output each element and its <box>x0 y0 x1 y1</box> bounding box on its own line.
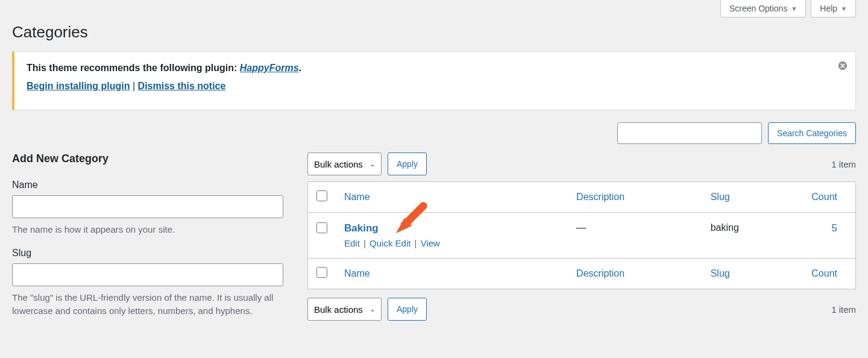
screen-options-button[interactable]: Screen Options ▼ <box>720 0 806 17</box>
caret-down-icon: ▼ <box>791 5 797 12</box>
apply-button-bottom[interactable]: Apply <box>388 298 427 321</box>
add-category-heading: Add New Category <box>12 152 283 165</box>
slug-column-header[interactable]: Slug <box>702 182 796 213</box>
screen-options-label: Screen Options <box>729 4 788 13</box>
row-description: — <box>568 213 702 259</box>
row-checkbox[interactable] <box>316 222 327 233</box>
notice-suffix: . <box>299 63 301 73</box>
item-count-top: 1 item <box>831 159 856 169</box>
notice-prefix: This theme recommends the following plug… <box>27 63 240 73</box>
install-plugin-link[interactable]: Begin installing plugin <box>27 81 130 91</box>
name-description: The name is how it appears on your site. <box>12 223 283 237</box>
help-label: Help <box>820 4 837 13</box>
caret-down-icon: ▼ <box>841 5 847 12</box>
count-column-header[interactable]: Count <box>796 182 856 213</box>
dismiss-notice-link[interactable]: Dismiss this notice <box>138 81 226 91</box>
item-count-bottom: 1 item <box>831 304 856 315</box>
plugin-recommend-notice: This theme recommends the following plug… <box>12 51 856 110</box>
name-column-header[interactable]: Name <box>336 182 568 213</box>
apply-button-top[interactable]: Apply <box>388 152 427 175</box>
dismiss-notice-button[interactable] <box>836 59 849 72</box>
view-link[interactable]: View <box>421 238 440 248</box>
description-column-header[interactable]: Description <box>568 182 702 213</box>
screen-meta-buttons: Screen Options ▼ Help ▼ <box>720 0 856 17</box>
quick-edit-link[interactable]: Quick Edit <box>370 238 410 248</box>
count-column-footer[interactable]: Count <box>796 259 856 289</box>
name-column-footer[interactable]: Name <box>336 259 568 289</box>
close-icon <box>837 60 848 71</box>
name-input[interactable] <box>12 195 283 218</box>
description-column-footer[interactable]: Description <box>568 259 702 289</box>
select-all-checkbox-bottom[interactable] <box>316 267 327 278</box>
name-label: Name <box>12 180 283 190</box>
search-categories-button[interactable]: Search Categories <box>768 122 856 144</box>
checkbox-column-footer <box>308 259 336 289</box>
search-input[interactable] <box>617 122 762 144</box>
plugin-link[interactable]: HappyForms <box>240 63 299 73</box>
slug-column-footer[interactable]: Slug <box>702 259 796 289</box>
search-row: Search Categories <box>12 122 856 144</box>
checkbox-column-header <box>308 182 336 213</box>
row-count-link[interactable]: 5 <box>832 222 837 234</box>
row-slug: baking <box>702 213 796 259</box>
help-button[interactable]: Help ▼ <box>811 0 856 17</box>
edit-link[interactable]: Edit <box>344 238 360 248</box>
slug-input[interactable] <box>12 263 283 286</box>
add-category-form: Add New Category Name The name is how it… <box>12 152 283 329</box>
tablenav-top: Bulk actions ⌄ Apply 1 item <box>307 152 856 175</box>
notice-separator: | <box>130 81 138 91</box>
row-title-link[interactable]: Baking <box>344 222 379 234</box>
select-all-checkbox-top[interactable] <box>316 190 327 201</box>
bulk-actions-select-bottom[interactable]: Bulk actions <box>307 298 382 321</box>
slug-label: Slug <box>12 248 283 259</box>
tablenav-bottom: Bulk actions ⌄ Apply 1 item <box>307 298 856 321</box>
row-actions: Edit | Quick Edit | View <box>344 238 559 248</box>
bulk-actions-select-top[interactable]: Bulk actions <box>307 152 382 175</box>
categories-table: Name Description Slug Count Baki <box>307 181 856 289</box>
slug-description: The "slug" is the URL-friendly version o… <box>12 291 283 318</box>
table-row: Baking Edit | Quick Edit | View — baking… <box>308 213 856 259</box>
